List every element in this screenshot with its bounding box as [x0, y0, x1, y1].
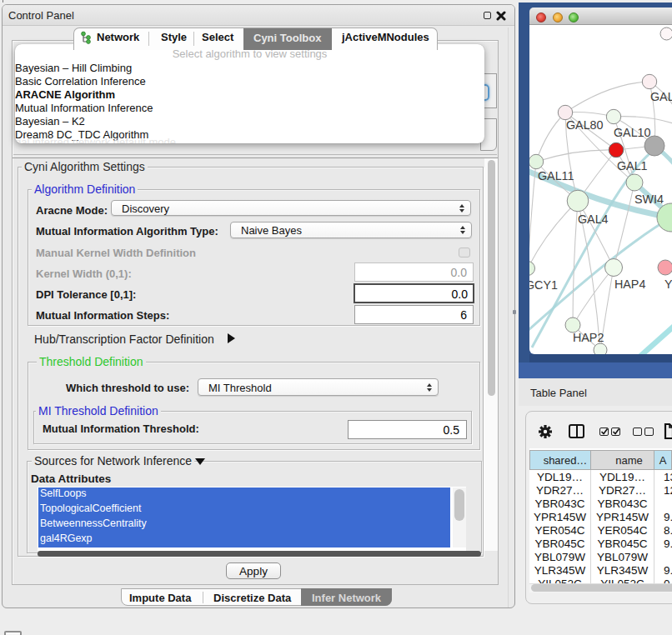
svg-text:HAP2: HAP2 — [573, 331, 604, 344]
svg-text:GCY1: GCY1 — [529, 278, 558, 292]
svg-text:SWI4: SWI4 — [634, 192, 664, 206]
svg-text:GAL80: GAL80 — [566, 118, 604, 132]
svg-text:GAL4: GAL4 — [578, 212, 609, 226]
svg-text:GAL10: GAL10 — [614, 126, 651, 139]
svg-text:GAL7: GAL7 — [650, 90, 672, 103]
svg-text:YM: YM — [664, 278, 672, 291]
svg-text:GAL11: GAL11 — [538, 169, 574, 182]
svg-text:GAL1: GAL1 — [617, 159, 648, 172]
svg-text:HAP4: HAP4 — [614, 278, 645, 291]
